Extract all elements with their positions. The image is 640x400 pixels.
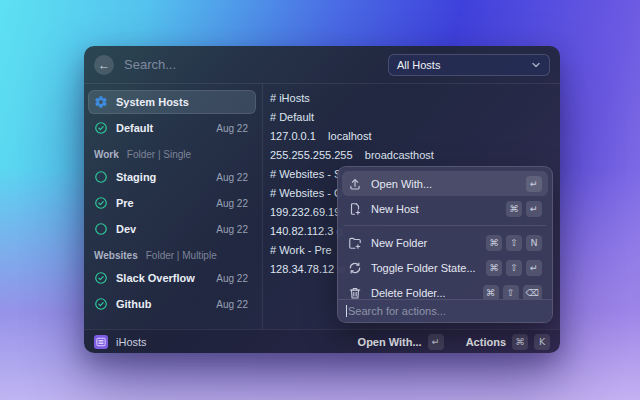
back-arrow-icon: ← [98, 59, 110, 71]
circle-icon [94, 170, 108, 184]
menu-item-open-with[interactable]: Open With... ↵ [342, 171, 548, 196]
sidebar-item-date: Aug 22 [216, 273, 248, 284]
n-key: N [526, 235, 542, 251]
return-key: ↵ [526, 260, 542, 276]
return-key: ↵ [428, 334, 444, 350]
hosts-line: 127.0.0.1 localhost [270, 127, 560, 146]
shift-key: ⇧ [506, 235, 522, 251]
check-circle-icon [94, 196, 108, 210]
refresh-icon [348, 261, 362, 275]
upload-icon [348, 177, 362, 191]
hosts-filter-value: All Hosts [397, 59, 440, 71]
footer-open-with-button[interactable]: Open With... [358, 336, 422, 348]
circle-icon [94, 222, 108, 236]
section-title: Websites [94, 250, 138, 261]
command-key: ⌘ [486, 260, 502, 276]
footer-actions-button[interactable]: Actions [466, 336, 506, 348]
sidebar-item-label: Dev [116, 223, 136, 235]
sidebar-item-slack-overflow[interactable]: Slack Overflow Aug 22 [88, 266, 256, 290]
folder-plus-icon [348, 236, 362, 250]
ihosts-window: ← All Hosts System Hosts [84, 46, 560, 353]
sidebar-item-label: Slack Overflow [116, 272, 195, 284]
trash-icon [348, 286, 362, 300]
file-plus-icon [348, 202, 362, 216]
sidebar-item-date: Aug 22 [216, 224, 248, 235]
section-title: Work [94, 149, 119, 160]
k-key: K [534, 334, 550, 350]
menu-item-label: Open With... [371, 178, 432, 190]
menu-item-new-folder[interactable]: New Folder ⌘ ⇧ N [342, 230, 548, 255]
actions-menu: Open With... ↵ New Host ⌘ ↵ [337, 166, 553, 323]
sidebar-item-label: Pre [116, 197, 134, 209]
hosts-filter-dropdown[interactable]: All Hosts [388, 54, 550, 76]
hosts-line: # iHosts [270, 89, 560, 108]
sidebar-item-dev[interactable]: Dev Aug 22 [88, 217, 256, 241]
check-circle-icon [94, 121, 108, 135]
chevron-down-icon [531, 60, 541, 70]
sidebar-item-date: Aug 22 [216, 123, 248, 134]
actions-search-input[interactable] [348, 305, 544, 317]
sidebar-item-date: Aug 22 [216, 198, 248, 209]
back-button[interactable]: ← [94, 55, 114, 75]
sidebar-item-pre[interactable]: Pre Aug 22 [88, 191, 256, 215]
menu-item-label: New Host [371, 203, 419, 215]
shift-key: ⇧ [506, 260, 522, 276]
window-header: ← All Hosts [84, 46, 560, 84]
menu-item-toggle-folder-state[interactable]: Toggle Folder State... ⌘ ⇧ ↵ [342, 255, 548, 280]
hosts-line: # Default [270, 108, 560, 127]
hosts-line: 255.255.255.255 broadcasthost [270, 146, 560, 165]
sidebar-item-staging[interactable]: Staging Aug 22 [88, 165, 256, 189]
sidebar-section-websites: Websites Folder | Multiple [88, 246, 256, 264]
menu-separator [344, 225, 546, 226]
sidebar-item-system-hosts[interactable]: System Hosts [88, 90, 256, 114]
status-bar: iHosts Open With... ↵ Actions ⌘ K [84, 329, 560, 353]
sidebar-section-work: Work Folder | Single [88, 145, 256, 163]
sidebar-item-label: System Hosts [116, 96, 189, 108]
section-meta: Folder | Multiple [146, 250, 217, 261]
ihosts-logo-icon [94, 335, 108, 349]
section-meta: Folder | Single [127, 149, 191, 160]
command-key: ⌘ [506, 201, 522, 217]
text-cursor [346, 305, 347, 317]
menu-item-label: New Folder [371, 237, 427, 249]
desktop-background: ← All Hosts System Hosts [0, 0, 640, 400]
sidebar-item-default[interactable]: Default Aug 22 [88, 116, 256, 140]
return-key: ↵ [526, 201, 542, 217]
command-key: ⌘ [486, 235, 502, 251]
check-circle-icon [94, 271, 108, 285]
menu-item-label: Toggle Folder State... [371, 262, 476, 274]
command-key: ⌘ [512, 334, 528, 350]
return-key: ↵ [526, 176, 542, 192]
sidebar-item-label: Default [116, 122, 153, 134]
sidebar-item-date: Aug 22 [216, 172, 248, 183]
actions-search-bar [338, 299, 552, 322]
menu-item-label: Delete Folder... [371, 287, 446, 299]
sidebar-item-date: Aug 22 [216, 299, 248, 310]
gear-icon [94, 95, 108, 109]
sidebar-item-github[interactable]: Github Aug 22 [88, 292, 256, 316]
app-name: iHosts [116, 336, 147, 348]
search-input[interactable] [124, 57, 388, 72]
sidebar-item-label: Github [116, 298, 151, 310]
sidebar-item-label: Staging [116, 171, 156, 183]
menu-item-new-host[interactable]: New Host ⌘ ↵ [342, 196, 548, 221]
check-circle-icon [94, 297, 108, 311]
sidebar: System Hosts Default Aug 22 Work Folder … [84, 84, 263, 329]
